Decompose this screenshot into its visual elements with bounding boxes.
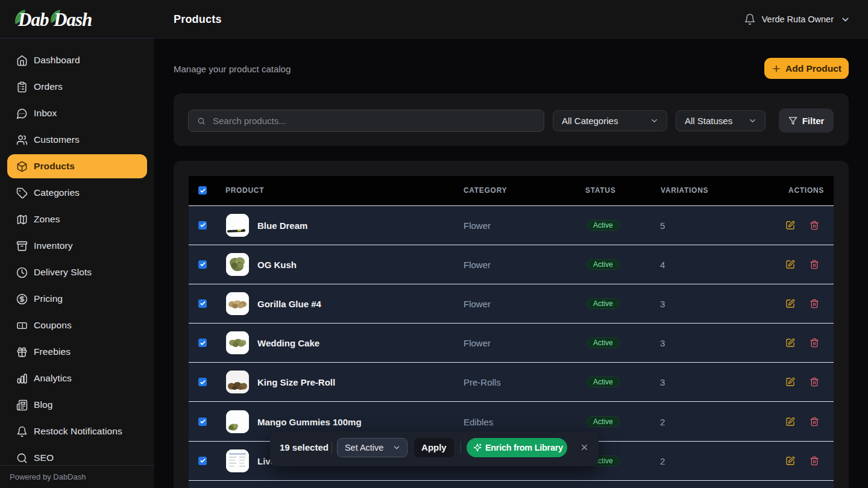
svg-text:Dab: Dab xyxy=(17,9,49,30)
svg-text:Dash: Dash xyxy=(53,9,92,30)
